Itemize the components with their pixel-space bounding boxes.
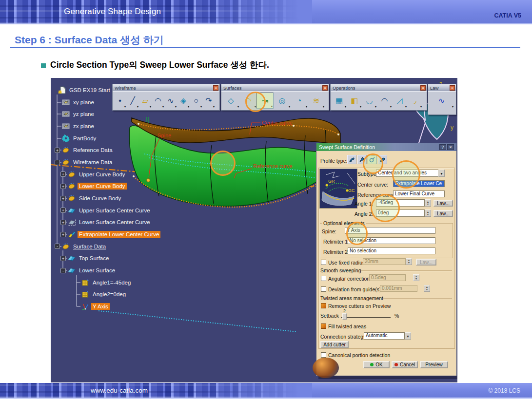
tree-item-upper-surface-center-curve[interactable]: +Upper Surface Center Curve [60,206,152,215]
tree-item-partbody[interactable]: PartBody [55,134,98,143]
bullet-icon [41,63,46,68]
tree-item-label[interactable]: zx plane [72,123,96,130]
deviation-checkbox[interactable] [321,286,326,292]
circle-tool-icon[interactable]: ○▾ [190,93,202,109]
help-icon[interactable]: ? [439,144,446,150]
tree-item-wireframe-data[interactable]: -Wireframe Data [55,158,114,167]
tree-item-gsd-ex19-start[interactable]: GSD EX19 Start [51,86,112,95]
cancel-button[interactable]: Cancel [392,361,418,368]
tree-item-label[interactable]: PartBody [72,135,98,142]
tree-expander-icon[interactable]: - [55,160,60,165]
tree-item-label[interactable]: Side Curve Body [78,195,122,202]
close-icon[interactable]: × [420,85,426,91]
tree-item-reference-data[interactable]: +Reference Data [55,146,114,154]
tree-item-lower-surface[interactable]: -Lower Surface [60,266,117,275]
preview-button[interactable]: Preview [420,361,448,368]
parameter-icon [81,290,89,298]
fill-tool-icon[interactable]: ◎▾ [274,93,291,109]
line-tool-icon[interactable]: ╱▾ [126,93,139,109]
projection-tool-icon[interactable]: ◈▾ [177,93,190,109]
add-cutter-button[interactable]: Add cutter [320,341,349,348]
tree-item-label[interactable]: xy plane [72,99,96,106]
spline-tool-icon[interactable]: ∿▾ [164,93,177,109]
tree-item-surface-data[interactable]: -Surface Data [55,242,107,251]
toolbar-operations[interactable]: Operations×▦▾◧▾◡▾◠▾◿▾◞▾ [330,84,427,111]
tree-item-label[interactable]: Angle1=-45deg [91,279,132,286]
tree-item-zx-plane[interactable]: zx plane [55,122,96,131]
toolbar-law[interactable]: Law×∿▾ [428,84,456,115]
tree-item-label[interactable]: Angle2=0deg [91,291,127,298]
profile-type-explicit-button[interactable] [347,155,356,164]
tree-expander-icon[interactable]: + [60,256,66,261]
toolbar-wireframe[interactable]: Wireframe×•▾╱▾▱▾◠▾∿▾◈▾○▾↷▾ [112,84,220,111]
tree-expander-icon[interactable]: + [60,184,66,189]
close-icon[interactable]: × [447,144,454,150]
tree-item-label[interactable]: Reference Data [72,147,114,153]
tree-item-label[interactable]: Wireframe Data [72,159,114,166]
fill-twisted-checkbox[interactable] [321,323,326,329]
loft-tool-icon[interactable]: ◔▾ [291,93,308,109]
tree-item-angle1-45deg[interactable]: Angle1=-45deg [74,278,132,287]
tree-item-xy-plane[interactable]: xy plane [55,98,96,107]
toolbar-surfaces[interactable]: Surfaces×◇▾◠▾↝▾◎▾◔▾≋▾ [221,84,329,111]
tree-item-label[interactable]: Extrapolate Lower Center Curve [78,231,160,238]
extract-tool-icon[interactable]: ◞▾ [407,93,422,109]
tree-expander-icon[interactable]: + [60,171,66,177]
tree-item-label[interactable]: Upper Surface Center Curve [78,207,152,214]
tree-item-label[interactable]: Y Axis [91,303,110,310]
remove-cutters-label: Remove cutters on Preview [328,303,391,309]
setback-slider-track[interactable] [341,317,391,318]
tree-expander-icon[interactable]: - [55,244,60,249]
use-fixed-radius-checkbox[interactable] [321,260,326,265]
trim-tool-icon[interactable]: ◠▾ [377,93,392,109]
tree-expander-icon[interactable]: + [60,220,66,225]
split-tool-icon[interactable]: ◡▾ [362,93,377,109]
tree-item-label[interactable]: Top Surface [78,255,110,262]
angular-correction-checkbox[interactable] [321,276,326,281]
extrude-tool-icon[interactable]: ◇▾ [222,93,239,109]
relimiter2-field[interactable]: No selection [348,247,435,254]
close-icon[interactable]: × [450,85,455,91]
connection-dropdown-icon[interactable]: ▼ [405,332,411,340]
tree-item-label[interactable]: GSD EX19 Start [68,87,112,94]
setback-slider-handle[interactable] [342,313,347,320]
close-icon[interactable]: × [213,85,218,91]
spiral-tool-icon[interactable]: ↷▾ [202,93,215,109]
tree-item-top-surface[interactable]: +Top Surface [60,254,110,263]
tree-item-label[interactable]: Lower Curve Body [78,183,127,190]
tree-expander-icon[interactable]: + [60,196,66,201]
tree-expander-icon[interactable]: + [60,208,66,213]
ok-button[interactable]: OK [363,361,390,368]
tree-expander-icon[interactable]: + [60,232,66,237]
tree-item-angle2-0deg[interactable]: Angle2=0deg [74,290,127,299]
canonical-checkbox[interactable] [321,352,326,358]
corner-tool-icon[interactable]: ◠▾ [152,93,164,109]
tree-item-y-axis[interactable]: Y Axis [74,302,110,311]
close-icon[interactable]: × [322,85,328,91]
plane-tool-icon[interactable]: ▱▾ [139,93,152,109]
connection-strategy-select[interactable]: Automatic [364,332,405,340]
tree-item-label[interactable]: yz plane [72,111,96,117]
tree-item-extrapolate-lower-center-curve[interactable]: +Extrapolate Lower Center Curve [60,230,160,239]
tree-expander-icon[interactable]: + [55,148,60,153]
tree-item-lower-curve-body[interactable]: +Lower Curve Body [60,182,127,190]
tree-item-lower-surface-center-curve[interactable]: +Lower Surface Center Curve [60,218,152,227]
tree-item-upper-curve-body[interactable]: +Upper Curve Body [60,170,127,179]
tree-item-yz-plane[interactable]: yz plane [55,110,96,118]
point-tool-icon[interactable]: •▾ [114,93,126,109]
blend-tool-icon[interactable]: ≋▾ [308,93,325,109]
tree-item-label[interactable]: Lower Surface [78,267,117,274]
tree-item-label[interactable]: Lower Surface Center Curve [78,219,152,226]
tree-item-label[interactable]: Upper Curve Body [78,171,127,178]
tree-item-side-curve-body[interactable]: +Side Curve Body [60,194,122,203]
remove-cutters-checkbox[interactable] [321,303,326,308]
healing-tool-icon[interactable]: ◧▾ [347,93,362,109]
boundary-tool-icon[interactable]: ◿▾ [392,93,407,109]
footer-site[interactable]: www.edu-catia.com [91,387,148,394]
tree-expander-icon[interactable]: - [60,268,66,273]
tree-item-label[interactable]: Surface Data [72,243,107,250]
join-tool-icon[interactable]: ▦▾ [332,93,347,109]
dialog-titlebar[interactable]: Swept Surface Definition [316,143,456,151]
relimiter2-label: Relimiter 2: [323,249,349,255]
law-tool-icon[interactable]: ∿▾ [429,93,454,109]
